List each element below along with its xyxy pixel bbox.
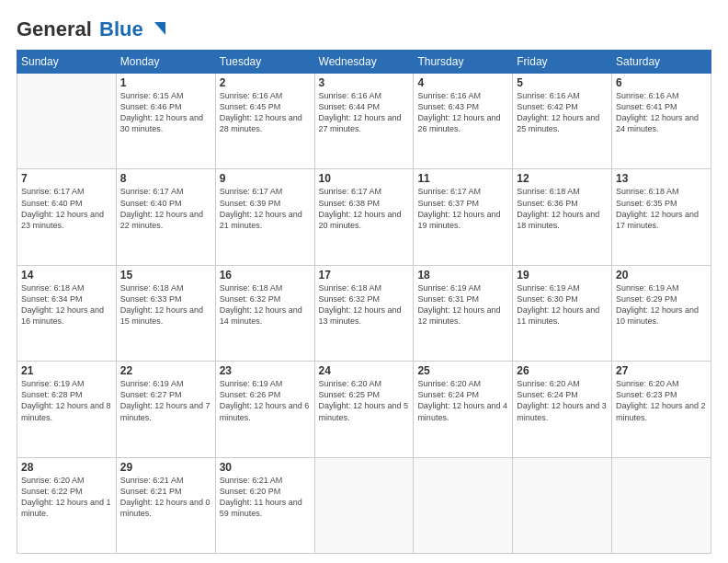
day-number: 10 [319, 172, 410, 185]
calendar-cell: 2Sunrise: 6:16 AMSunset: 6:45 PMDaylight… [215, 74, 314, 169]
calendar-cell: 30Sunrise: 6:21 AMSunset: 6:20 PMDayligh… [215, 457, 314, 553]
day-info: Sunrise: 6:17 AMSunset: 6:40 PMDaylight:… [21, 186, 112, 231]
day-info: Sunrise: 6:18 AMSunset: 6:32 PMDaylight:… [319, 282, 410, 327]
day-info: Sunrise: 6:20 AMSunset: 6:23 PMDaylight:… [616, 378, 707, 423]
day-info: Sunrise: 6:18 AMSunset: 6:36 PMDaylight:… [517, 186, 608, 231]
calendar-cell: 9Sunrise: 6:17 AMSunset: 6:39 PMDaylight… [215, 169, 314, 265]
day-info: Sunrise: 6:17 AMSunset: 6:37 PMDaylight:… [417, 186, 508, 231]
calendar-cell: 29Sunrise: 6:21 AMSunset: 6:21 PMDayligh… [116, 457, 215, 553]
day-info: Sunrise: 6:21 AMSunset: 6:21 PMDaylight:… [120, 475, 211, 520]
weekday-header-tuesday: Tuesday [215, 51, 314, 74]
day-number: 11 [417, 172, 508, 185]
day-number: 20 [616, 269, 707, 282]
day-info: Sunrise: 6:19 AMSunset: 6:30 PMDaylight:… [517, 282, 608, 327]
calendar-cell [414, 457, 513, 553]
day-number: 14 [21, 269, 112, 282]
day-number: 1 [120, 76, 211, 89]
calendar-cell: 7Sunrise: 6:17 AMSunset: 6:40 PMDaylight… [17, 169, 117, 265]
day-number: 3 [319, 76, 410, 89]
day-number: 18 [417, 269, 508, 282]
calendar-cell: 11Sunrise: 6:17 AMSunset: 6:37 PMDayligh… [414, 169, 513, 265]
weekday-header-friday: Friday [513, 51, 612, 74]
logo-general: General [17, 17, 92, 40]
calendar-cell: 28Sunrise: 6:20 AMSunset: 6:22 PMDayligh… [17, 457, 117, 553]
weekday-header-wednesday: Wednesday [314, 51, 414, 74]
day-number: 4 [417, 76, 508, 89]
header: General Blue [17, 17, 711, 42]
day-info: Sunrise: 6:17 AMSunset: 6:40 PMDaylight:… [120, 186, 211, 231]
calendar-cell: 10Sunrise: 6:17 AMSunset: 6:38 PMDayligh… [314, 169, 414, 265]
calendar-cell: 22Sunrise: 6:19 AMSunset: 6:27 PMDayligh… [116, 362, 215, 457]
day-number: 28 [21, 461, 112, 474]
day-number: 30 [220, 461, 311, 474]
day-info: Sunrise: 6:18 AMSunset: 6:34 PMDaylight:… [21, 282, 112, 327]
day-info: Sunrise: 6:16 AMSunset: 6:42 PMDaylight:… [517, 90, 608, 135]
svg-marker-0 [154, 22, 165, 35]
day-number: 7 [21, 172, 112, 185]
day-info: Sunrise: 6:16 AMSunset: 6:44 PMDaylight:… [319, 90, 410, 135]
weekday-header-thursday: Thursday [414, 51, 513, 74]
day-info: Sunrise: 6:18 AMSunset: 6:33 PMDaylight:… [120, 282, 211, 327]
calendar-cell: 12Sunrise: 6:18 AMSunset: 6:36 PMDayligh… [513, 169, 612, 265]
calendar-cell: 27Sunrise: 6:20 AMSunset: 6:23 PMDayligh… [612, 362, 711, 457]
calendar-cell: 18Sunrise: 6:19 AMSunset: 6:31 PMDayligh… [414, 265, 513, 361]
day-info: Sunrise: 6:20 AMSunset: 6:25 PMDaylight:… [319, 378, 410, 423]
calendar-cell: 8Sunrise: 6:17 AMSunset: 6:40 PMDaylight… [116, 169, 215, 265]
day-info: Sunrise: 6:18 AMSunset: 6:32 PMDaylight:… [220, 282, 311, 327]
calendar-cell: 19Sunrise: 6:19 AMSunset: 6:30 PMDayligh… [513, 265, 612, 361]
day-info: Sunrise: 6:17 AMSunset: 6:38 PMDaylight:… [319, 186, 410, 231]
day-info: Sunrise: 6:21 AMSunset: 6:20 PMDaylight:… [220, 475, 311, 520]
calendar-cell: 16Sunrise: 6:18 AMSunset: 6:32 PMDayligh… [215, 265, 314, 361]
day-info: Sunrise: 6:20 AMSunset: 6:24 PMDaylight:… [517, 378, 608, 423]
day-info: Sunrise: 6:20 AMSunset: 6:22 PMDaylight:… [21, 475, 112, 520]
day-number: 24 [319, 364, 410, 377]
logo: General Blue [17, 17, 167, 42]
calendar-cell: 5Sunrise: 6:16 AMSunset: 6:42 PMDaylight… [513, 74, 612, 169]
calendar-cell: 25Sunrise: 6:20 AMSunset: 6:24 PMDayligh… [414, 362, 513, 457]
calendar-cell: 21Sunrise: 6:19 AMSunset: 6:28 PMDayligh… [17, 362, 117, 457]
logo-icon [147, 18, 167, 39]
day-number: 17 [319, 269, 410, 282]
day-number: 9 [220, 172, 311, 185]
calendar-cell: 17Sunrise: 6:18 AMSunset: 6:32 PMDayligh… [314, 265, 414, 361]
calendar-table: SundayMondayTuesdayWednesdayThursdayFrid… [17, 50, 711, 554]
day-number: 16 [220, 269, 311, 282]
day-number: 29 [120, 461, 211, 474]
day-info: Sunrise: 6:19 AMSunset: 6:27 PMDaylight:… [120, 378, 211, 423]
day-info: Sunrise: 6:15 AMSunset: 6:46 PMDaylight:… [120, 90, 211, 135]
day-info: Sunrise: 6:19 AMSunset: 6:28 PMDaylight:… [21, 378, 112, 423]
day-number: 15 [120, 269, 211, 282]
logo-blue-text: Blue [99, 17, 143, 40]
day-number: 19 [517, 269, 608, 282]
day-number: 25 [417, 364, 508, 377]
calendar-cell: 13Sunrise: 6:18 AMSunset: 6:35 PMDayligh… [612, 169, 711, 265]
calendar-cell: 3Sunrise: 6:16 AMSunset: 6:44 PMDaylight… [314, 74, 414, 169]
calendar-cell [513, 457, 612, 553]
day-number: 21 [21, 364, 112, 377]
day-info: Sunrise: 6:16 AMSunset: 6:45 PMDaylight:… [220, 90, 311, 135]
day-number: 8 [120, 172, 211, 185]
calendar-cell [17, 74, 117, 169]
day-number: 27 [616, 364, 707, 377]
page: General Blue SundayMondayTuesdayWednesda… [0, 0, 728, 563]
weekday-header-saturday: Saturday [612, 51, 711, 74]
day-info: Sunrise: 6:16 AMSunset: 6:41 PMDaylight:… [616, 90, 707, 135]
calendar-cell: 23Sunrise: 6:19 AMSunset: 6:26 PMDayligh… [215, 362, 314, 457]
calendar-cell: 20Sunrise: 6:19 AMSunset: 6:29 PMDayligh… [612, 265, 711, 361]
day-number: 2 [220, 76, 311, 89]
calendar-cell: 4Sunrise: 6:16 AMSunset: 6:43 PMDaylight… [414, 74, 513, 169]
day-number: 5 [517, 76, 608, 89]
calendar-cell: 26Sunrise: 6:20 AMSunset: 6:24 PMDayligh… [513, 362, 612, 457]
day-info: Sunrise: 6:19 AMSunset: 6:29 PMDaylight:… [616, 282, 707, 327]
day-info: Sunrise: 6:19 AMSunset: 6:26 PMDaylight:… [220, 378, 311, 423]
calendar-cell: 14Sunrise: 6:18 AMSunset: 6:34 PMDayligh… [17, 265, 117, 361]
calendar-cell: 24Sunrise: 6:20 AMSunset: 6:25 PMDayligh… [314, 362, 414, 457]
calendar-cell: 6Sunrise: 6:16 AMSunset: 6:41 PMDaylight… [612, 74, 711, 169]
day-info: Sunrise: 6:17 AMSunset: 6:39 PMDaylight:… [220, 186, 311, 231]
weekday-header-monday: Monday [116, 51, 215, 74]
day-info: Sunrise: 6:19 AMSunset: 6:31 PMDaylight:… [417, 282, 508, 327]
day-info: Sunrise: 6:18 AMSunset: 6:35 PMDaylight:… [616, 186, 707, 231]
day-number: 12 [517, 172, 608, 185]
day-info: Sunrise: 6:20 AMSunset: 6:24 PMDaylight:… [417, 378, 508, 423]
weekday-header-sunday: Sunday [17, 51, 117, 74]
